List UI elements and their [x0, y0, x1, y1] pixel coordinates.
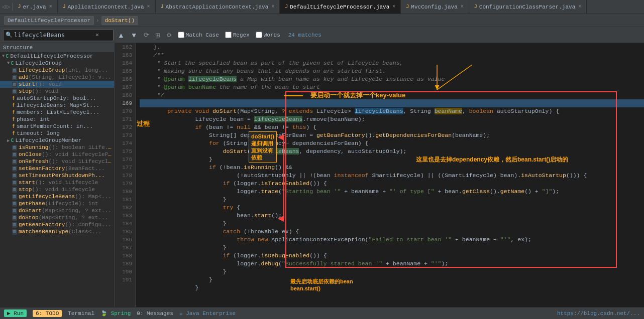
- line-174: 174: [115, 139, 132, 147]
- tree-item-label: autoStartupOnly: bool...: [17, 95, 96, 101]
- close-tab-icon[interactable]: ×: [461, 4, 464, 10]
- tab-abstract-context[interactable]: J AbstractApplicationContext.java ×: [156, 0, 280, 14]
- tree-item-dostop[interactable]: m doStop(Map<String, ? ext...: [0, 214, 114, 221]
- tree-item-label: stop(): void 1Lifecycle: [19, 187, 95, 193]
- line-163: 163: [115, 51, 132, 59]
- tab-config-parser[interactable]: J ConfigurationClassParser.java ×: [469, 0, 587, 14]
- regex-label[interactable]: Regex: [223, 32, 252, 38]
- words-checkbox[interactable]: [256, 32, 262, 38]
- close-tab-icon[interactable]: ×: [392, 4, 395, 10]
- tab-mvc-config[interactable]: J MvcConfig.java ×: [401, 0, 469, 14]
- code-line-186: }: [140, 236, 644, 244]
- tree-item-isrunning[interactable]: m isRunning(): boolean 1Life...: [0, 144, 114, 151]
- line-189: 189: [115, 260, 132, 268]
- tree-item-smartmembercount[interactable]: f smartMemberCount: in...: [0, 123, 114, 130]
- method-icon: m: [12, 68, 17, 73]
- tree-item-lifecycle-group[interactable]: ▼ C LifecycleGroup: [0, 60, 114, 67]
- tree-item-getbeanfactory[interactable]: m getBeanFactory(): Configu...: [0, 221, 114, 228]
- line-172: 172: [115, 123, 132, 131]
- code-line-165: * making sure that any beans that it dep…: [140, 67, 644, 75]
- tree-item-lifecycle-group-member[interactable]: ▶ C LifecycleGroupMember: [0, 137, 114, 144]
- tree-item-matchesbeantype[interactable]: m matchesBeanType(Class<...: [0, 228, 114, 235]
- tree-item-settimeout[interactable]: m setTimeoutPerShutdownPh...: [0, 172, 114, 179]
- java-file-icon: J: [406, 4, 409, 10]
- tree-item-constructor[interactable]: m LifecycleGroup(int, long...: [0, 67, 114, 74]
- search-input[interactable]: [14, 32, 94, 39]
- close-tab-icon[interactable]: ×: [147, 4, 150, 10]
- line-186: 186: [115, 236, 132, 244]
- terminal-status[interactable]: Terminal: [68, 310, 94, 316]
- close-tab-icon[interactable]: ×: [49, 4, 52, 10]
- tree-item-onrefresh[interactable]: m onRefresh(): void 1LifecycleP...: [0, 158, 114, 165]
- tree-item-lifecyclebeans-field[interactable]: f lifecycleBeans: Map<St...: [0, 102, 114, 109]
- tab-er-java[interactable]: J er.java ×: [13, 0, 57, 14]
- tree-item-stop2[interactable]: m stop(): void 1Lifecycle: [0, 186, 114, 193]
- clear-search-icon[interactable]: ✕: [94, 31, 100, 39]
- method-icon: m: [12, 187, 17, 193]
- close-tab-icon[interactable]: ×: [271, 4, 274, 10]
- method-icon: m: [12, 166, 17, 172]
- right-arrow-icon: ▷: [7, 3, 10, 11]
- words-label[interactable]: Words: [254, 32, 282, 38]
- tree-item-timeout[interactable]: f timeout: long: [0, 130, 114, 137]
- tab-application-context[interactable]: J ApplicationContext.java ×: [58, 0, 156, 14]
- tree-item-label: doStop(Map<String, ? ext...: [19, 215, 108, 221]
- messages-status[interactable]: 0: Messages: [137, 310, 173, 316]
- tab-default-lifecycle[interactable]: J DefaultLifecycleProcessor.java ×: [280, 0, 401, 14]
- match-case-label[interactable]: Match Case: [176, 32, 221, 38]
- search-refresh-button[interactable]: ⟳: [142, 30, 151, 40]
- java-enterprise-status[interactable]: ☕ Java Enterprise: [179, 310, 236, 316]
- close-tab-icon[interactable]: ×: [578, 4, 581, 10]
- tree-item-autostartup[interactable]: f autoStartupOnly: bool...: [0, 95, 114, 102]
- tree-item-root-class[interactable]: ▼ C DefaultLifecycleProcessor: [0, 53, 114, 60]
- class-icon: C: [11, 61, 14, 66]
- line-185: 185: [115, 228, 132, 236]
- tree-item-onclose[interactable]: m onClose(): void 1LifecycleP...: [0, 151, 114, 158]
- tabs-bar: ◁ ▷ J er.java × J ApplicationContext.jav…: [0, 0, 644, 14]
- tab-label: ConfigurationClassParser.java: [479, 4, 575, 10]
- breadcrumb-method[interactable]: doStart(): [101, 16, 138, 25]
- tree-item-start2[interactable]: m start(): void 1Lifecycle: [0, 179, 114, 186]
- tree-item-label: DefaultLifecycleProcessor: [10, 53, 93, 59]
- tree-item-dostart[interactable]: m doStart(Map<String, ? ext...: [0, 207, 114, 214]
- tree-item-start[interactable]: m start(): void: [0, 81, 114, 88]
- breadcrumb-separator: ›: [96, 18, 99, 24]
- tree-item-label: smartMemberCount: in...: [17, 123, 93, 129]
- method-icon: m: [12, 173, 17, 179]
- tree-item-add[interactable]: m add(String, Lifecycle): v...: [0, 74, 114, 81]
- code-line-189: }: [140, 260, 644, 268]
- tree-item-members[interactable]: f members: List<Lifecycl...: [0, 109, 114, 116]
- code-line-185: throw new ApplicationContextException("F…: [140, 228, 644, 236]
- line-187: 187: [115, 244, 132, 252]
- search-prev-button[interactable]: ▲: [116, 30, 127, 40]
- expand-icon: ▼: [7, 61, 10, 66]
- search-icon: 🔍: [6, 32, 13, 38]
- regex-checkbox[interactable]: [225, 32, 232, 38]
- sidebar: Structure ▼ C DefaultLifecycleProcessor …: [0, 43, 115, 307]
- code-area[interactable]: 162 163 164 165 166 167 168 169 170 171 …: [115, 43, 644, 307]
- match-count: 24 matches: [284, 32, 326, 38]
- tree-item-setbeanfactory[interactable]: m setBeanFactory(BeanFact...: [0, 165, 114, 172]
- search-next-button[interactable]: ▼: [129, 30, 140, 40]
- class-icon: C: [11, 138, 14, 143]
- tree-item-getphase[interactable]: m getPhase(Lifecycle): int: [0, 200, 114, 207]
- line-167: 167: [115, 83, 132, 91]
- breadcrumb-class[interactable]: DefaultLifecycleProcessor: [4, 16, 94, 25]
- line-178: 178: [115, 172, 132, 180]
- line-182: 182: [115, 204, 132, 212]
- regex-text: Regex: [233, 32, 250, 38]
- match-case-checkbox[interactable]: [178, 32, 184, 38]
- search-filter-button[interactable]: ⊞: [153, 31, 162, 40]
- method-icon: m: [12, 222, 17, 228]
- tree-item-phase[interactable]: f phase: int: [0, 116, 114, 123]
- line-165: 165: [115, 67, 132, 75]
- left-arrow-icon: ◁: [2, 3, 6, 11]
- todo-status[interactable]: 6: TODO: [33, 310, 62, 317]
- tree-item-getlifecyclebeans[interactable]: m getLifecycleBeans(): Map<...: [0, 193, 114, 200]
- code-line-163: /**: [140, 51, 644, 59]
- spring-status[interactable]: 🍃 Spring: [100, 310, 131, 316]
- run-status[interactable]: ▶ Run: [4, 309, 27, 317]
- java-file-icon: J: [18, 4, 21, 10]
- tree-item-stop[interactable]: m stop(): void: [0, 88, 114, 95]
- search-settings-button[interactable]: ⚙: [164, 31, 174, 40]
